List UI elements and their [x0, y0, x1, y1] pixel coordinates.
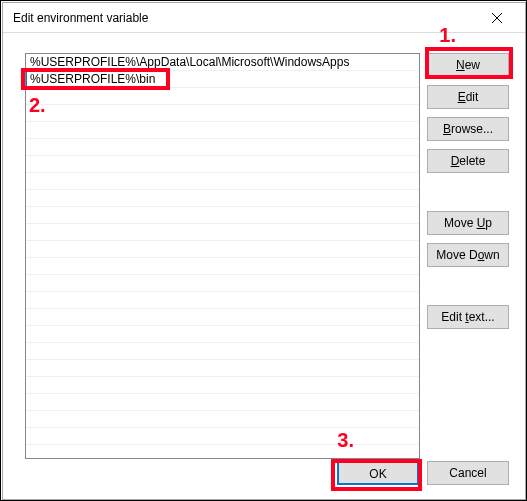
- empty-rows: [26, 88, 419, 445]
- dialog-window: Edit environment variable %USERPROFILE%\…: [2, 2, 526, 500]
- edit-mnemonic: E: [458, 90, 466, 104]
- list-item-editing[interactable]: %USERPROFILE%\bin: [26, 71, 419, 88]
- edit-cell-input[interactable]: %USERPROFILE%\bin: [26, 71, 168, 87]
- move-up-button[interactable]: Move Up: [427, 211, 509, 235]
- titlebar: Edit environment variable: [3, 3, 525, 33]
- edit-button[interactable]: Edit: [427, 85, 509, 109]
- dialog-buttons: OK Cancel: [337, 461, 509, 485]
- new-mnemonic: N: [456, 58, 465, 72]
- side-button-column: New Edit Browse... Delete Move Up Move D…: [427, 53, 509, 337]
- delete-mnemonic: D: [451, 154, 460, 168]
- list-item[interactable]: %USERPROFILE%\AppData\Local\Microsoft\Wi…: [26, 54, 419, 71]
- browse-mnemonic: B: [443, 122, 451, 136]
- delete-button[interactable]: Delete: [427, 149, 509, 173]
- browse-button[interactable]: Browse...: [427, 117, 509, 141]
- window-title: Edit environment variable: [13, 11, 148, 25]
- close-icon: [492, 13, 502, 23]
- move-down-button[interactable]: Move Down: [427, 243, 509, 267]
- new-button[interactable]: New: [427, 53, 509, 77]
- cancel-button[interactable]: Cancel: [427, 461, 509, 485]
- path-listbox[interactable]: %USERPROFILE%\AppData\Local\Microsoft\Wi…: [25, 53, 420, 459]
- close-button[interactable]: [477, 4, 517, 32]
- ok-button[interactable]: OK: [337, 461, 419, 485]
- edit-text-button[interactable]: Edit text...: [427, 305, 509, 329]
